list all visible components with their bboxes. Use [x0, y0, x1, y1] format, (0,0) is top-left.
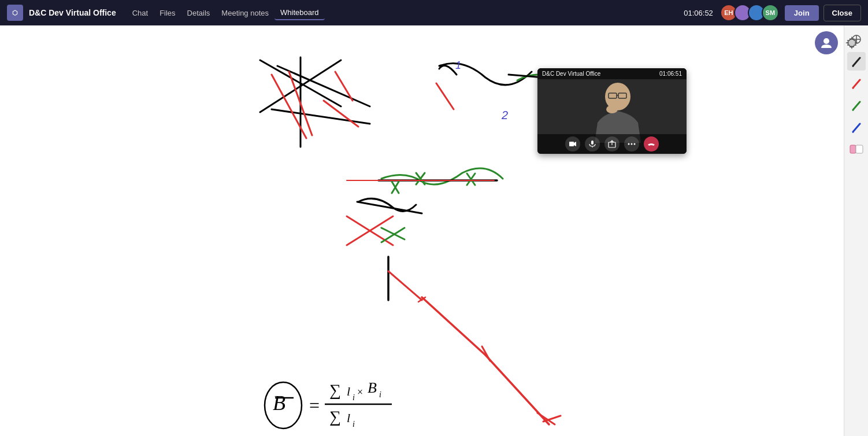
svg-point-61: [634, 143, 636, 145]
video-mic-button[interactable]: [585, 136, 600, 152]
svg-line-73: [853, 124, 860, 132]
svg-text:=: =: [309, 395, 320, 416]
close-button[interactable]: Close: [824, 5, 861, 21]
video-controls: [537, 134, 687, 154]
svg-text:i: i: [379, 390, 381, 399]
svg-text:∑: ∑: [329, 381, 341, 399]
user-icon: [820, 36, 833, 49]
floating-user-button[interactable]: [815, 31, 838, 54]
svg-text:∑: ∑: [329, 408, 341, 426]
tool-eraser[interactable]: [847, 140, 866, 158]
participant-avatars: EH SM: [720, 4, 779, 21]
video-title: D&C Dev Virtual Office: [542, 71, 600, 77]
pen-red-icon: [851, 77, 862, 89]
eraser-icon: [850, 145, 863, 154]
nav-chat[interactable]: Chat: [127, 6, 154, 20]
app-icon-text: ⬡: [12, 9, 18, 17]
video-camera-button[interactable]: [565, 136, 580, 152]
svg-text:l: l: [347, 411, 350, 425]
svg-point-59: [628, 143, 630, 145]
whiteboard-drawing: 1 2: [0, 25, 844, 436]
person-video: [560, 79, 664, 143]
svg-text:i: i: [353, 420, 355, 428]
svg-rect-76: [856, 145, 863, 153]
svg-text:B: B: [273, 391, 285, 415]
svg-line-67: [853, 58, 860, 66]
svg-rect-53: [569, 142, 574, 146]
video-more-button[interactable]: [624, 136, 639, 152]
svg-point-60: [631, 143, 633, 145]
tool-pen-green[interactable]: [847, 96, 866, 114]
svg-line-10: [436, 83, 454, 109]
avatar-sm: SM: [762, 4, 779, 21]
nav-details[interactable]: Details: [181, 6, 216, 20]
video-overlay: D&C Dev Virtual Office 01:06:51: [537, 68, 687, 154]
svg-line-4: [272, 109, 370, 124]
svg-line-7: [335, 72, 353, 101]
svg-text:2: 2: [501, 109, 508, 121]
svg-point-52: [606, 105, 618, 113]
video-share-button[interactable]: [604, 136, 620, 152]
app-icon: ⬡: [7, 5, 23, 21]
svg-text:i: i: [353, 393, 355, 402]
join-button[interactable]: Join: [785, 5, 819, 21]
right-toolbar: [844, 25, 868, 436]
svg-text:l: l: [347, 384, 350, 398]
svg-rect-75: [850, 145, 856, 153]
video-time: 01:06:51: [659, 71, 682, 77]
floating-settings-button[interactable]: [840, 31, 863, 54]
svg-point-62: [824, 38, 829, 44]
tool-pen-red[interactable]: [847, 74, 866, 93]
settings-icon: [845, 36, 858, 49]
topbar: ⬡ D&C Dev Virtual Office Chat Files Deta…: [0, 0, 868, 25]
pen-blue-icon: [851, 121, 862, 133]
meeting-title: D&C Dev Virtual Office: [29, 8, 116, 17]
svg-line-69: [853, 80, 860, 88]
svg-rect-55: [591, 141, 593, 145]
svg-text:B: B: [368, 379, 377, 396]
svg-line-71: [853, 102, 860, 110]
video-header: D&C Dev Virtual Office 01:06:51: [537, 68, 687, 79]
nav-meeting-notes[interactable]: Meeting notes: [216, 6, 275, 20]
svg-text:1: 1: [455, 60, 461, 71]
tool-pen-blue[interactable]: [847, 118, 866, 136]
meeting-timer: 01:06:52: [684, 9, 713, 17]
pen-green-icon: [851, 99, 862, 111]
svg-marker-54: [574, 142, 576, 146]
svg-line-8: [324, 101, 358, 127]
tool-pen-black[interactable]: [847, 52, 866, 71]
nav-whiteboard[interactable]: Whiteboard: [275, 6, 324, 20]
svg-rect-57: [609, 142, 615, 147]
video-hangup-button[interactable]: [644, 136, 659, 152]
nav-files[interactable]: Files: [154, 6, 181, 20]
pen-black-icon: [851, 56, 862, 67]
svg-text:×: ×: [357, 386, 363, 398]
svg-line-27: [422, 297, 485, 355]
whiteboard-canvas[interactable]: 1 2: [0, 25, 844, 436]
